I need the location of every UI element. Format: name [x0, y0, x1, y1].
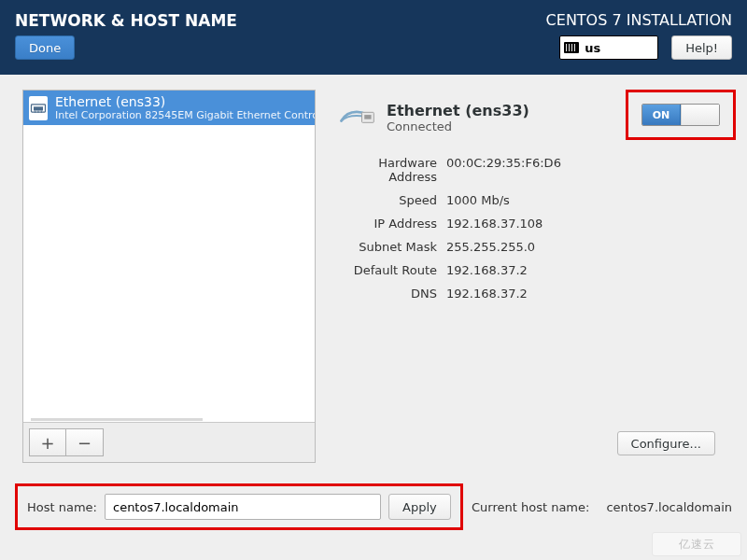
help-button[interactable]: Help! — [671, 35, 732, 60]
apply-button[interactable]: Apply — [388, 494, 451, 520]
interface-item-desc: Intel Corporation 82545EM Gigabit Ethern… — [55, 109, 315, 121]
hostname-row: Host name: Apply Current host name: cent… — [15, 483, 732, 530]
done-button[interactable]: Done — [15, 35, 75, 60]
interface-title: Ethernet (ens33) — [387, 102, 529, 119]
remove-interface-button[interactable]: − — [66, 428, 104, 456]
add-interface-button[interactable]: + — [29, 428, 66, 456]
svg-rect-1 — [34, 106, 43, 110]
interface-item-ens33[interactable]: Ethernet (ens33) Intel Corporation 82545… — [23, 91, 315, 125]
prop-value-subnet: 255.255.255.0 — [446, 240, 728, 254]
content-area: Ethernet (ens33) Intel Corporation 82545… — [0, 75, 747, 560]
prop-value-route: 192.168.37.2 — [446, 263, 728, 277]
prop-label-ip: IP Address — [334, 217, 437, 231]
prop-value-speed: 1000 Mb/s — [446, 193, 728, 207]
hostname-label: Host name: — [27, 500, 97, 514]
prop-value-ip: 192.168.37.108 — [446, 217, 728, 231]
prop-label-hwaddr: Hardware Address — [334, 156, 437, 184]
current-hostname: Current host name: centos7.localdomain — [472, 500, 732, 514]
prop-value-dns: 192.168.37.2 — [446, 287, 728, 301]
interface-item-name: Ethernet (ens33) — [55, 94, 315, 109]
svg-rect-6 — [364, 115, 371, 119]
prop-label-subnet: Subnet Mask — [334, 240, 437, 254]
prop-value-hwaddr: 00:0C:29:35:F6:D6 — [446, 156, 728, 184]
header-bar: NETWORK & HOST NAME CENTOS 7 INSTALLATIO… — [0, 0, 747, 75]
configure-button[interactable]: Configure... — [617, 431, 715, 455]
page-title: NETWORK & HOST NAME — [15, 11, 237, 30]
interface-detail: Ethernet (ens33) Connected Hardware Addr… — [336, 95, 728, 301]
installer-title: CENTOS 7 INSTALLATION — [546, 11, 732, 29]
interface-panel: Ethernet (ens33) Intel Corporation 82545… — [22, 90, 316, 463]
prop-label-dns: DNS — [334, 287, 437, 301]
interface-item-texts: Ethernet (ens33) Intel Corporation 82545… — [55, 94, 315, 121]
keyboard-icon — [564, 42, 579, 53]
prop-label-speed: Speed — [334, 193, 437, 207]
ethernet-icon — [29, 96, 48, 120]
interface-list[interactable]: Ethernet (ens33) Intel Corporation 82545… — [23, 91, 315, 423]
keyboard-layout-indicator[interactable]: us — [559, 35, 658, 60]
prop-label-route: Default Route — [334, 263, 437, 277]
interface-status: Connected — [387, 119, 529, 133]
hostname-highlight: Host name: Apply — [15, 483, 463, 530]
horizontal-scrollbar[interactable] — [31, 418, 203, 421]
keyboard-layout-label: us — [585, 41, 600, 55]
network-connected-icon — [336, 95, 377, 139]
watermark: 亿速云 — [652, 532, 741, 556]
current-hostname-value: centos7.localdomain — [606, 500, 732, 514]
interface-properties: Hardware Address 00:0C:29:35:F6:D6 Speed… — [334, 156, 728, 301]
current-hostname-label: Current host name: — [472, 500, 589, 514]
hostname-input[interactable] — [105, 494, 381, 520]
